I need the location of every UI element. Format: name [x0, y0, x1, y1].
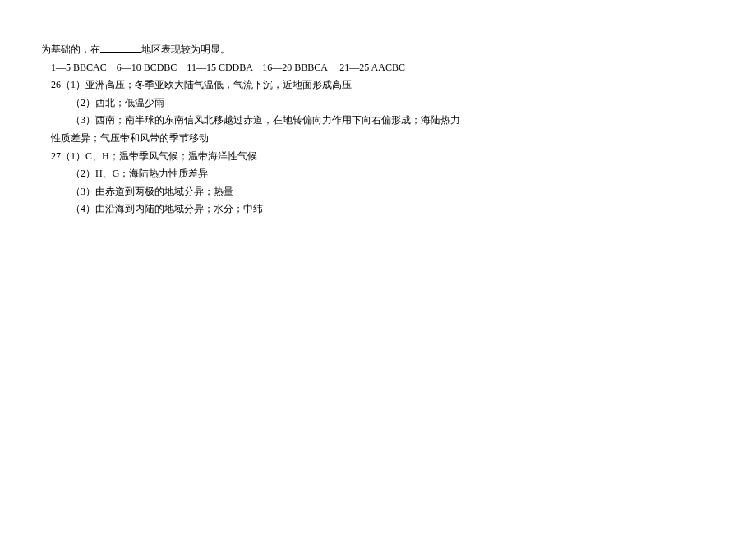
text-segment: 27（1）C、H；温带季风气候；温带海洋性气候	[51, 150, 257, 162]
text-segment: （3）由赤道到两极的地域分异；热量	[71, 186, 233, 197]
text-segment: 性质差异；气压带和风带的季节移动	[51, 132, 209, 144]
text-segment: （2）西北；低温少雨	[71, 97, 164, 108]
text-line: （2）H、G；海陆热力性质差异	[41, 165, 715, 183]
document-content: 为基础的，在地区表现较为明显。 1—5 BBCAC 6—10 BCDBC 11—…	[41, 41, 715, 219]
text-segment: 1—5 BBCAC 6—10 BCDBC 11—15 CDDBA 16—20 B…	[51, 62, 405, 73]
text-segment: （2）H、G；海陆热力性质差异	[71, 168, 208, 179]
text-segment: 地区表现较为明显。	[141, 44, 230, 55]
text-line: 27（1）C、H；温带季风气候；温带海洋性气候	[41, 148, 715, 166]
text-line: 性质差异；气压带和风带的季节移动	[41, 130, 715, 148]
text-line: （4）由沿海到内陆的地域分异；水分；中纬	[41, 200, 715, 219]
text-segment: （4）由沿海到内陆的地域分异；水分；中纬	[71, 203, 263, 214]
text-segment: （3）西南；南半球的东南信风北移越过赤道，在地转偏向力作用下向右偏形成；海陆热力	[71, 114, 460, 126]
text-segment: 26（1）亚洲高压；冬季亚欧大陆气温低，气流下沉，近地面形成高压	[51, 79, 352, 90]
text-line: （2）西北；低温少雨	[41, 94, 715, 113]
text-segment: 为基础的，在	[41, 44, 100, 55]
text-line: （3）由赤道到两极的地域分异；热量	[41, 183, 715, 201]
text-line: 1—5 BBCAC 6—10 BCDBC 11—15 CDDBA 16—20 B…	[41, 59, 715, 77]
text-line: 为基础的，在地区表现较为明显。	[41, 41, 715, 59]
blank-underline	[100, 41, 141, 53]
text-line: （3）西南；南半球的东南信风北移越过赤道，在地转偏向力作用下向右偏形成；海陆热力	[41, 112, 715, 130]
text-line: 26（1）亚洲高压；冬季亚欧大陆气温低，气流下沉，近地面形成高压	[41, 76, 715, 94]
